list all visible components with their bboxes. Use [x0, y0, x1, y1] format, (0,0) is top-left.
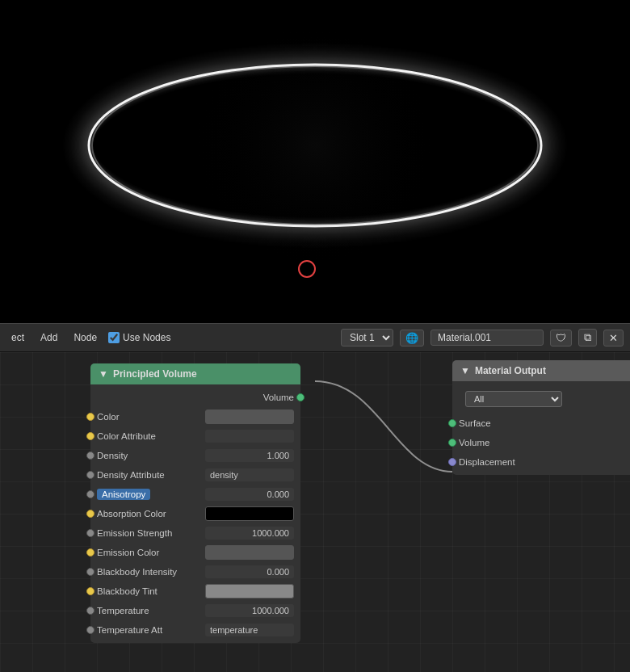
- emission-color-socket[interactable]: [86, 548, 94, 556]
- emission-strength-row: Emission Strength: [90, 523, 300, 543]
- blackbody-intensity-field[interactable]: [205, 565, 294, 578]
- shield-icon-button[interactable]: 🛡: [550, 330, 572, 346]
- mo-volume-row: Volume: [452, 433, 630, 452]
- temperature-label: Temperature: [97, 606, 205, 615]
- use-nodes-text: Use Nodes: [123, 332, 170, 343]
- emission-color-label: Emission Color: [97, 548, 205, 557]
- color-field[interactable]: [205, 410, 294, 424]
- anisotropy-socket[interactable]: [86, 490, 94, 498]
- principled-volume-title: Principled Volume: [113, 368, 197, 380]
- temperature-att-field[interactable]: [205, 624, 294, 636]
- use-nodes-label[interactable]: Use Nodes: [108, 332, 170, 343]
- color-attr-field[interactable]: [205, 430, 294, 443]
- emission-color-row: Emission Color: [90, 543, 300, 562]
- blackbody-tint-field[interactable]: [205, 584, 294, 598]
- absorption-color-label: Absorption Color: [97, 509, 205, 519]
- surface-socket[interactable]: [448, 419, 456, 427]
- displacement-label: Displacement: [459, 457, 630, 467]
- density-socket[interactable]: [86, 452, 94, 460]
- temperature-field[interactable]: [205, 604, 294, 617]
- density-attr-field[interactable]: [205, 468, 294, 481]
- principled-volume-collapse-icon[interactable]: ▼: [99, 368, 108, 380]
- density-row: Density: [90, 446, 300, 465]
- density-attribute-row: Density Attribute: [90, 465, 300, 485]
- close-icon-button[interactable]: ✕: [603, 330, 624, 346]
- density-label: Density: [97, 451, 205, 460]
- density-attr-socket[interactable]: [86, 471, 94, 479]
- material-output-collapse-icon[interactable]: ▼: [460, 365, 470, 376]
- blackbody-intensity-socket[interactable]: [86, 568, 94, 576]
- density-attr-label: Density Attribute: [97, 470, 205, 480]
- toolbar: ect Add Node Use Nodes Slot 1 🌐 🛡 ⧉ ✕: [0, 323, 630, 352]
- volume-output-socket[interactable]: [296, 393, 304, 401]
- copy-icon-button[interactable]: ⧉: [578, 329, 597, 346]
- absorption-color-field[interactable]: [205, 506, 294, 521]
- sphere-icon-button[interactable]: 🌐: [400, 330, 424, 346]
- mo-volume-label: Volume: [459, 438, 630, 447]
- blackbody-tint-label: Blackbody Tint: [97, 586, 205, 596]
- select-button[interactable]: ect: [6, 330, 29, 345]
- slot-dropdown[interactable]: Slot 1: [341, 329, 393, 346]
- displacement-socket[interactable]: [448, 458, 456, 466]
- blackbody-intensity-label: Blackbody Intensity: [97, 567, 205, 577]
- temperature-att-socket[interactable]: [86, 626, 94, 634]
- density-field[interactable]: [205, 449, 294, 462]
- volume-output-label: Volume: [97, 393, 294, 402]
- absorption-color-row: Absorption Color: [90, 504, 300, 523]
- node-button[interactable]: Node: [69, 330, 102, 345]
- temperature-row: Temperature: [90, 601, 300, 620]
- emission-strength-field[interactable]: [205, 527, 294, 540]
- color-socket[interactable]: [86, 413, 94, 421]
- material-output-body: All Surface Volume Displacement: [452, 381, 630, 475]
- temperature-att-row: Temperature Att: [90, 620, 300, 640]
- displacement-row: Displacement: [452, 452, 630, 472]
- temperature-att-label: Temperature Att: [97, 625, 205, 635]
- color-row: Color: [90, 407, 300, 426]
- material-output-header: ▼ Material Output: [452, 360, 630, 381]
- anisotropy-label: Anisotropy: [97, 489, 205, 499]
- principled-volume-header: ▼ Principled Volume: [90, 363, 300, 384]
- blackbody-tint-row: Blackbody Tint: [90, 582, 300, 601]
- absorption-color-socket[interactable]: [86, 510, 94, 518]
- surface-row: Surface: [452, 414, 630, 433]
- color-attribute-row: Color Attribute: [90, 426, 300, 446]
- principled-volume-body: Volume Color Color Attribute Density: [90, 384, 300, 643]
- mo-volume-socket[interactable]: [448, 439, 456, 447]
- volume-output-row: Volume: [90, 388, 300, 407]
- anisotropy-field[interactable]: [205, 488, 294, 501]
- blackbody-tint-socket[interactable]: [86, 587, 94, 595]
- color-attr-label: Color Attribute: [97, 431, 205, 441]
- material-output-dropdown[interactable]: All: [465, 391, 562, 407]
- principled-volume-node: ▼ Principled Volume Volume Color Color A…: [90, 363, 300, 643]
- color-attr-socket[interactable]: [86, 432, 94, 440]
- emission-color-field[interactable]: [205, 545, 294, 560]
- material-output-title: Material Output: [475, 365, 546, 376]
- node-editor: ▼ Principled Volume Volume Color Color A…: [0, 352, 630, 672]
- surface-label: Surface: [459, 418, 630, 428]
- add-button[interactable]: Add: [36, 330, 62, 345]
- color-label: Color: [97, 412, 205, 422]
- material-name-field[interactable]: [430, 330, 544, 346]
- emission-strength-socket[interactable]: [86, 529, 94, 537]
- anisotropy-row: Anisotropy: [90, 485, 300, 504]
- blackbody-intensity-row: Blackbody Intensity: [90, 562, 300, 582]
- material-output-node: ▼ Material Output All Surface Volume: [452, 360, 630, 475]
- emission-strength-label: Emission Strength: [97, 528, 205, 538]
- viewport: [0, 0, 630, 323]
- temperature-socket[interactable]: [86, 607, 94, 615]
- use-nodes-checkbox[interactable]: [108, 332, 120, 343]
